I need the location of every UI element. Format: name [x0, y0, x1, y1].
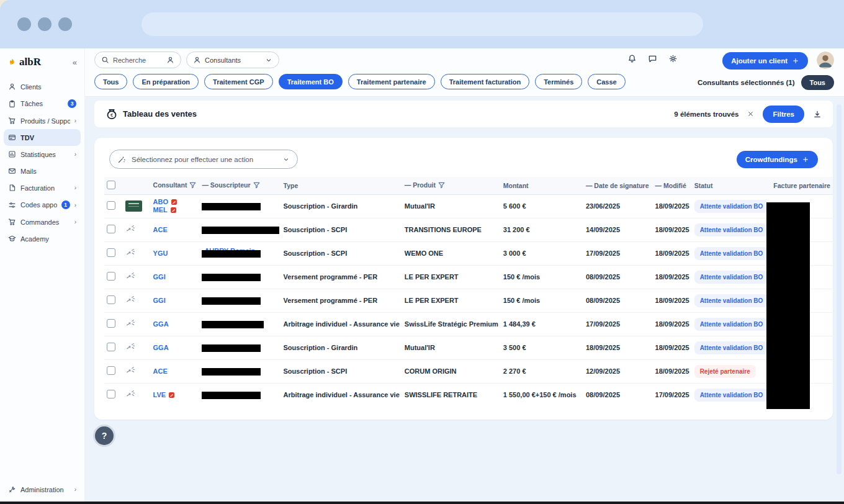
- search-input[interactable]: [113, 56, 158, 64]
- notifications-icon[interactable]: [627, 54, 637, 63]
- download-icon[interactable]: [813, 110, 822, 119]
- consultant-code-link[interactable]: ACE: [153, 367, 197, 376]
- souscripteur-redacted: [202, 295, 278, 305]
- table-row[interactable]: GGA Arbitrage individuel - Assurance vie…: [104, 312, 833, 336]
- crowdfundings-label: Crowdfundings: [745, 156, 797, 163]
- row-checkbox[interactable]: [107, 295, 115, 304]
- sketch-avatar-icon: [125, 271, 137, 282]
- date-signature-cell: 12/09/2025: [583, 359, 653, 383]
- sidebar-collapse-button[interactable]: «: [73, 58, 77, 67]
- messages-icon[interactable]: [648, 54, 657, 63]
- sidebar: albR « Clients Tâches 3 Produits / Suppo…: [0, 48, 85, 502]
- app-logo[interactable]: albR «: [0, 48, 84, 74]
- filters-button[interactable]: Filtres: [763, 106, 804, 123]
- filter-tab-traitement-cgp[interactable]: Traitement CGP: [204, 74, 273, 89]
- consultant-code-link[interactable]: YGU: [153, 250, 197, 258]
- browser-address-bar[interactable]: [141, 12, 703, 36]
- filter-tab-termin-s[interactable]: Terminés: [535, 74, 582, 89]
- select-all-checkbox[interactable]: [107, 181, 115, 189]
- bulk-action-select[interactable]: Sélectionnez pour effectuer une action: [109, 150, 298, 169]
- table-row[interactable]: GGI Versement programmé - PER LE PER EXP…: [104, 289, 833, 312]
- consultant-code-link[interactable]: GGI: [153, 297, 197, 305]
- window-control-dot[interactable]: [17, 17, 31, 31]
- consultant-code-link[interactable]: ABO: [153, 198, 197, 206]
- column-header-produit[interactable]: — Produit: [402, 177, 501, 194]
- sidebar-item-produits-supports[interactable]: Produits / Supports ›: [4, 112, 81, 129]
- row-checkbox[interactable]: [107, 390, 115, 398]
- row-checkbox[interactable]: [107, 366, 115, 375]
- column-header-date-de-signature[interactable]: — Date de signature: [583, 177, 653, 194]
- sidebar-item-t-ches[interactable]: Tâches 3: [4, 95, 81, 112]
- settings-icon[interactable]: [668, 54, 678, 63]
- table-row[interactable]: GGA Souscription - Girardin Mutual'IR 3 …: [104, 336, 833, 359]
- consultant-code-link[interactable]: LVE: [153, 391, 197, 399]
- sidebar-item-commandes[interactable]: Commandes ›: [4, 214, 81, 230]
- column-header-souscripteur[interactable]: — Souscripteur: [199, 177, 281, 194]
- montant-cell: 1 484,39 €: [501, 312, 583, 336]
- pdf-icon[interactable]: [171, 199, 177, 205]
- montant-cell: 3 000 €: [501, 241, 583, 265]
- crowdfundings-button[interactable]: Crowdfundings: [737, 151, 818, 168]
- sidebar-item-statistiques[interactable]: Statistiques ›: [4, 146, 81, 163]
- consultant-code-link[interactable]: GGA: [153, 320, 197, 328]
- produit-cell: Mutual'IR: [402, 194, 501, 218]
- scope-select[interactable]: Consultants: [186, 52, 279, 68]
- sidebar-item-facturation[interactable]: Facturation ›: [4, 179, 81, 196]
- sales-table: Consultant — Souscripteur Type — Produit…: [104, 177, 833, 407]
- sidebar-item-codes-apporte-[interactable]: Codes apporte... 1 ›: [4, 196, 81, 214]
- sidebar-item-clients[interactable]: Clients: [4, 78, 81, 95]
- user-avatar[interactable]: [817, 52, 834, 69]
- table-row[interactable]: LVE Arbitrage individuel - Assurance vie…: [104, 383, 833, 407]
- sidebar-item-administration[interactable]: Administration ›: [4, 481, 81, 498]
- consultant-code-link[interactable]: MEL: [153, 206, 197, 214]
- filter-funnel-icon[interactable]: [189, 181, 197, 189]
- sidebar-item-tdv[interactable]: TDV: [4, 129, 81, 146]
- search-box[interactable]: [94, 52, 181, 68]
- row-checkbox[interactable]: [107, 343, 115, 351]
- moneybag-icon: €: [106, 108, 118, 120]
- table-row[interactable]: ACE Souscription - SCPI TRANSITIONS EURO…: [104, 218, 833, 241]
- filter-tab-en-pr-paration[interactable]: En préparation: [133, 74, 199, 89]
- filter-funnel-icon[interactable]: [438, 181, 446, 189]
- table-row[interactable]: ACE Souscription - SCPI CORUM ORIGIN 2 2…: [104, 359, 833, 383]
- add-client-button[interactable]: Ajouter un client: [722, 52, 808, 70]
- selected-all-button[interactable]: Tous: [801, 75, 834, 90]
- window-control-dot[interactable]: [38, 17, 52, 31]
- filter-tab-traitement-partenaire[interactable]: Traitement partenaire: [348, 74, 435, 89]
- column-header-consultant[interactable]: Consultant: [151, 177, 200, 194]
- pdf-icon[interactable]: [170, 207, 177, 214]
- filter-tab-casse[interactable]: Casse: [588, 74, 625, 89]
- scope-select-value: Consultants: [205, 56, 261, 64]
- table-row[interactable]: GGI Versement programmé - PER LE PER EXP…: [104, 265, 833, 289]
- table-row[interactable]: YGU AUBRY Romain Souscription - SCPI WEM…: [104, 241, 833, 265]
- column-header-modifi-[interactable]: — Modifié: [653, 177, 692, 194]
- window-controls[interactable]: [17, 17, 72, 31]
- consultant-code-link[interactable]: GGI: [153, 273, 197, 281]
- row-checkbox[interactable]: [107, 272, 115, 281]
- table-row[interactable]: ABOMEL Souscription - Girardin Mutual'IR…: [104, 194, 833, 218]
- window-control-dot[interactable]: [58, 17, 72, 31]
- consultant-code-link[interactable]: ACE: [153, 226, 197, 234]
- filter-tab-traitement-bo[interactable]: Traitement BO: [279, 74, 343, 89]
- date-signature-cell: 08/09/2025: [583, 383, 653, 407]
- row-checkbox[interactable]: [107, 225, 115, 233]
- clear-filters-icon[interactable]: [747, 110, 754, 117]
- row-checkbox[interactable]: [107, 248, 115, 257]
- row-checkbox[interactable]: [107, 201, 115, 210]
- sidebar-item-academy[interactable]: Academy: [4, 230, 81, 247]
- row-checkbox[interactable]: [107, 319, 115, 328]
- filter-tab-traitement-facturation[interactable]: Traitement facturation: [441, 74, 530, 89]
- consultant-code-link[interactable]: GGA: [153, 344, 197, 352]
- status-badge: Attente validation BO: [694, 223, 769, 236]
- status-badge: Rejeté partenaire: [694, 365, 756, 378]
- filter-tab-tous[interactable]: Tous: [94, 74, 127, 89]
- montant-cell: 3 500 €: [501, 336, 583, 359]
- help-button[interactable]: ?: [95, 426, 114, 445]
- invoice-icon: [8, 184, 16, 192]
- svg-text:€: €: [110, 112, 114, 117]
- filter-funnel-icon[interactable]: [253, 181, 261, 189]
- scrollbar[interactable]: [837, 104, 842, 474]
- column-header-type: Type: [281, 177, 402, 194]
- sidebar-item-mails[interactable]: Mails: [4, 163, 81, 179]
- pdf-icon[interactable]: [168, 392, 175, 398]
